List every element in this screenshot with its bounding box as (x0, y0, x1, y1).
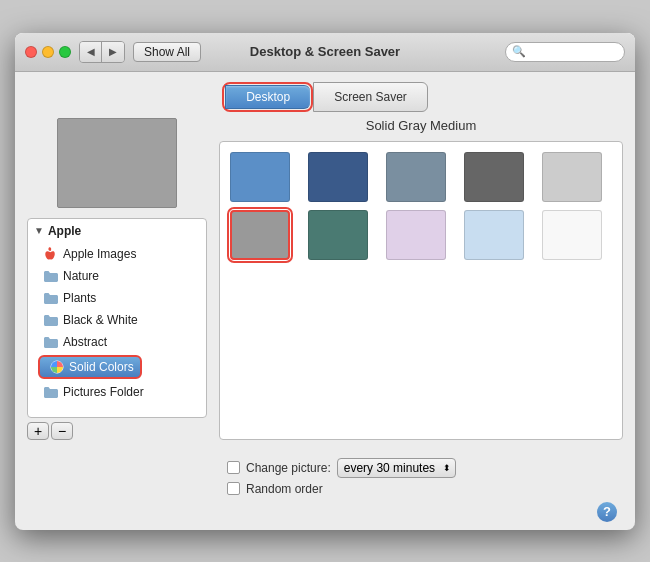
folder-icon (44, 291, 58, 305)
sidebar-item-label: Pictures Folder (63, 385, 144, 399)
change-picture-checkbox[interactable] (227, 461, 240, 474)
folder-icon (44, 269, 58, 283)
color-swatch[interactable] (230, 152, 290, 202)
selected-wallpaper-name: Solid Gray Medium (219, 118, 623, 133)
color-swatch[interactable] (464, 152, 524, 202)
sidebar-item-label: Apple Images (63, 247, 136, 261)
add-source-button[interactable]: + (27, 422, 49, 440)
random-order-row: Random order (27, 482, 623, 496)
color-swatch[interactable] (386, 210, 446, 260)
color-wheel-icon (50, 360, 64, 374)
dropdown-value: every 30 minutes (344, 461, 435, 475)
titlebar: ◀ ▶ Show All Desktop & Screen Saver 🔍 (15, 33, 635, 72)
nav-buttons: ◀ ▶ (79, 41, 125, 63)
sidebar-item-solid-colors[interactable]: Solid Colors (38, 355, 142, 379)
folder-icon (44, 385, 58, 399)
left-panel: ▼ Apple Apple Images Nature (27, 118, 207, 440)
color-grid-container (219, 141, 623, 440)
color-swatch[interactable] (308, 210, 368, 260)
sidebar-item-label: Solid Colors (69, 360, 134, 374)
window-title: Desktop & Screen Saver (250, 44, 400, 59)
folder-icon (44, 335, 58, 349)
bottom-actions: ? (15, 502, 635, 530)
color-swatch[interactable] (542, 210, 602, 260)
search-input[interactable] (529, 45, 619, 59)
dropdown-arrow-icon: ⬍ (443, 463, 451, 473)
change-picture-row: Change picture: every 30 minutes ⬍ (27, 458, 623, 478)
source-list: ▼ Apple Apple Images Nature (27, 218, 207, 418)
group-label: Apple (48, 224, 81, 238)
tab-desktop[interactable]: Desktop (225, 85, 310, 109)
color-swatch[interactable] (308, 152, 368, 202)
tabs-row: Desktop Screen Saver (15, 72, 635, 118)
right-panel: Solid Gray Medium (219, 118, 623, 440)
sidebar-item-solid-colors-wrapper[interactable]: Solid Colors (28, 353, 206, 381)
random-order-label: Random order (246, 482, 323, 496)
apple-icon (44, 247, 58, 261)
color-swatch-selected[interactable] (230, 210, 290, 260)
sidebar-item-pictures-folder[interactable]: Pictures Folder (28, 381, 206, 403)
wallpaper-preview (57, 118, 177, 208)
search-box[interactable]: 🔍 (505, 42, 625, 62)
color-swatch[interactable] (386, 152, 446, 202)
source-group-apple[interactable]: ▼ Apple (28, 219, 206, 243)
random-order-checkbox[interactable] (227, 482, 240, 495)
sidebar-item-black-white[interactable]: Black & White (28, 309, 206, 331)
tab-screensaver[interactable]: Screen Saver (313, 82, 428, 112)
change-picture-label: Change picture: (246, 461, 331, 475)
sidebar-item-plants[interactable]: Plants (28, 287, 206, 309)
sidebar-item-label: Nature (63, 269, 99, 283)
triangle-icon: ▼ (34, 225, 44, 236)
desktop-tab-ring: Desktop (222, 82, 313, 112)
traffic-lights (25, 46, 71, 58)
sidebar-item-nature[interactable]: Nature (28, 265, 206, 287)
sidebar-item-label: Black & White (63, 313, 138, 327)
show-all-button[interactable]: Show All (133, 42, 201, 62)
sidebar-item-label: Abstract (63, 335, 107, 349)
minimize-button[interactable] (42, 46, 54, 58)
main-window: ◀ ▶ Show All Desktop & Screen Saver 🔍 De… (15, 33, 635, 530)
color-grid (230, 152, 612, 260)
sidebar-item-apple-images[interactable]: Apple Images (28, 243, 206, 265)
sidebar-item-label: Plants (63, 291, 96, 305)
content-area: ▼ Apple Apple Images Nature (15, 118, 635, 450)
change-picture-dropdown[interactable]: every 30 minutes ⬍ (337, 458, 456, 478)
back-button[interactable]: ◀ (80, 42, 102, 62)
help-button[interactable]: ? (597, 502, 617, 522)
folder-icon (44, 313, 58, 327)
remove-source-button[interactable]: − (51, 422, 73, 440)
maximize-button[interactable] (59, 46, 71, 58)
forward-button[interactable]: ▶ (102, 42, 124, 62)
color-swatch[interactable] (464, 210, 524, 260)
list-bottom-bar: + − (27, 422, 207, 440)
sidebar-item-abstract[interactable]: Abstract (28, 331, 206, 353)
color-swatch[interactable] (542, 152, 602, 202)
bottom-bar: Change picture: every 30 minutes ⬍ Rando… (15, 450, 635, 502)
close-button[interactable] (25, 46, 37, 58)
search-icon: 🔍 (512, 45, 526, 58)
